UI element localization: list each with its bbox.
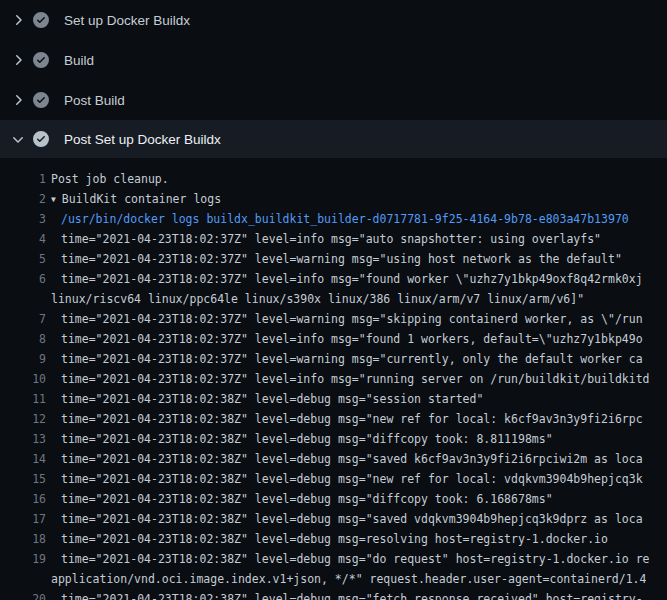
log-line-number[interactable]: 18 (0, 529, 46, 549)
log-line-text: ▼time="2021-04-23T18:02:38Z" level=debug… (61, 429, 553, 449)
log-line-body: time="2021-04-23T18:02:38Z" level=debug … (61, 452, 643, 466)
log-line-number[interactable]: 8 (0, 329, 46, 349)
check-circle-icon (33, 131, 49, 147)
log-line-text: ▼time="2021-04-23T18:02:38Z" level=debug… (61, 489, 553, 509)
log-line-number[interactable]: 6 (0, 269, 46, 289)
log-line-body: time="2021-04-23T18:02:37Z" level=warnin… (61, 252, 622, 266)
step-row-post-set-up-docker-buildx[interactable]: Post Set up Docker Buildx (0, 120, 667, 158)
log-line-body: time="2021-04-23T18:02:38Z" level=debug … (61, 472, 643, 486)
log-line-number[interactable] (0, 289, 46, 309)
log-line: 17 ▼time="2021-04-23T18:02:38Z" level=de… (0, 509, 667, 529)
log-line-body: time="2021-04-23T18:02:37Z" level=warnin… (61, 352, 643, 366)
log-line-body: time="2021-04-23T18:02:38Z" level=debug … (61, 412, 643, 426)
group-collapse-triangle-icon[interactable]: ▼ (51, 195, 56, 204)
log-line-body: time="2021-04-23T18:02:38Z" level=debug … (61, 592, 643, 600)
log-line-text: ▼time="2021-04-23T18:02:37Z" level=warni… (61, 249, 622, 269)
log-line-body: time="2021-04-23T18:02:37Z" level=info m… (61, 232, 601, 246)
log-line: 11 ▼time="2021-04-23T18:02:38Z" level=de… (0, 389, 667, 409)
log-line-text: ▼BuildKit container logs (51, 189, 221, 209)
log-line-text: ▼time="2021-04-23T18:02:38Z" level=debug… (61, 389, 483, 409)
chevron-right-icon (10, 52, 26, 68)
steps-list: Set up Docker Buildx Build Post Build (0, 0, 667, 158)
step-row-post-build[interactable]: Post Build (0, 80, 667, 120)
log-line-body: application/vnd.oci.image.index.v1+json,… (51, 572, 646, 586)
check-circle-icon (33, 12, 49, 28)
log-line: 20 ▼time="2021-04-23T18:02:38Z" level=de… (0, 589, 667, 600)
log-line-body: time="2021-04-23T18:02:38Z" level=debug … (61, 512, 643, 526)
log-line: 13 ▼time="2021-04-23T18:02:38Z" level=de… (0, 429, 667, 449)
log-line-text: ▼time="2021-04-23T18:02:37Z" level=info … (61, 229, 601, 249)
log-line: 4 ▼time="2021-04-23T18:02:37Z" level=inf… (0, 229, 667, 249)
check-circle-icon (33, 92, 49, 108)
log-line-body: time="2021-04-23T18:02:37Z" level=info m… (61, 272, 643, 286)
log-line: 16 ▼time="2021-04-23T18:02:38Z" level=de… (0, 489, 667, 509)
log-line-body: time="2021-04-23T18:02:38Z" level=debug … (61, 432, 553, 446)
log-line-body: time="2021-04-23T18:02:37Z" level=warnin… (61, 312, 643, 326)
log-line: 9 ▼time="2021-04-23T18:02:37Z" level=war… (0, 349, 667, 369)
step-title: Set up Docker Buildx (64, 13, 190, 28)
log-line-body: /usr/bin/docker logs buildx_buildkit_bui… (61, 212, 629, 226)
log-line-text: ▼time="2021-04-23T18:02:38Z" level=debug… (61, 529, 608, 549)
log-line-number[interactable]: 4 (0, 229, 46, 249)
log-line-body: time="2021-04-23T18:02:38Z" level=debug … (61, 552, 650, 566)
step-title: Build (64, 53, 94, 68)
log-line-body: time="2021-04-23T18:02:37Z" level=info m… (61, 332, 643, 346)
log-line-number[interactable]: 9 (0, 349, 46, 369)
chevron-right-icon (10, 92, 26, 108)
log-line: 15 ▼time="2021-04-23T18:02:38Z" level=de… (0, 469, 667, 489)
log-line: 5 ▼time="2021-04-23T18:02:37Z" level=war… (0, 249, 667, 269)
log-line-number[interactable]: 2 (0, 189, 46, 209)
log-line: 7 ▼time="2021-04-23T18:02:37Z" level=war… (0, 309, 667, 329)
log-line-number[interactable] (0, 569, 46, 589)
log-line-text: ▼linux/riscv64 linux/ppc64le linux/s390x… (51, 289, 584, 309)
log-line-body: linux/riscv64 linux/ppc64le linux/s390x … (51, 292, 584, 306)
log-line: 14 ▼time="2021-04-23T18:02:38Z" level=de… (0, 449, 667, 469)
log-line: 1 ▼Post job cleanup. (0, 169, 667, 189)
check-circle-icon (33, 52, 49, 68)
log-line-number[interactable]: 12 (0, 409, 46, 429)
log-line-number[interactable]: 10 (0, 369, 46, 389)
log-line-number[interactable]: 15 (0, 469, 46, 489)
log-line: 8 ▼time="2021-04-23T18:02:37Z" level=inf… (0, 329, 667, 349)
log-line-number[interactable]: 20 (0, 589, 46, 600)
step-row-build[interactable]: Build (0, 40, 667, 80)
log-line-number[interactable]: 17 (0, 509, 46, 529)
log-line-number[interactable]: 11 (0, 389, 46, 409)
log-line-text: ▼time="2021-04-23T18:02:38Z" level=debug… (61, 549, 650, 569)
log-line-text: ▼time="2021-04-23T18:02:37Z" level=warni… (61, 309, 643, 329)
log-line: 12 ▼time="2021-04-23T18:02:38Z" level=de… (0, 409, 667, 429)
log-line: 10 ▼time="2021-04-23T18:02:37Z" level=in… (0, 369, 667, 389)
log-viewer[interactable]: 1 ▼Post job cleanup. 2 ▼BuildKit contain… (0, 158, 667, 600)
log-line-body: time="2021-04-23T18:02:37Z" level=info m… (61, 372, 650, 386)
log-line-text: ▼time="2021-04-23T18:02:38Z" level=debug… (61, 509, 643, 529)
log-line-number[interactable]: 19 (0, 549, 46, 569)
step-title: Post Set up Docker Buildx (64, 132, 221, 147)
log-line: 3 ▼/usr/bin/docker logs buildx_buildkit_… (0, 209, 667, 229)
chevron-right-icon (10, 12, 26, 28)
log-line-text: ▼time="2021-04-23T18:02:38Z" level=debug… (61, 449, 643, 469)
log-line[interactable]: 2 ▼BuildKit container logs (0, 189, 667, 209)
log-line-text: ▼time="2021-04-23T18:02:37Z" level=warni… (61, 349, 643, 369)
log-line: ▼linux/riscv64 linux/ppc64le linux/s390x… (0, 289, 667, 309)
log-line-number[interactable]: 16 (0, 489, 46, 509)
log-line-text: ▼application/vnd.oci.image.index.v1+json… (51, 569, 646, 589)
log-line-text: ▼time="2021-04-23T18:02:38Z" level=debug… (61, 409, 643, 429)
log-line-text: ▼time="2021-04-23T18:02:37Z" level=info … (61, 369, 650, 389)
log-line-number[interactable]: 13 (0, 429, 46, 449)
log-line-text: ▼Post job cleanup. (51, 169, 169, 189)
log-line-body: Post job cleanup. (51, 172, 169, 186)
log-line-number[interactable]: 3 (0, 209, 46, 229)
log-line: 6 ▼time="2021-04-23T18:02:37Z" level=inf… (0, 269, 667, 289)
log-line-number[interactable]: 5 (0, 249, 46, 269)
log-line-body: BuildKit container logs (62, 192, 221, 206)
log-line-body: time="2021-04-23T18:02:38Z" level=debug … (61, 532, 608, 546)
step-row-set-up-docker-buildx[interactable]: Set up Docker Buildx (0, 0, 667, 40)
log-line-text: ▼time="2021-04-23T18:02:38Z" level=debug… (61, 469, 643, 489)
log-line-number[interactable]: 7 (0, 309, 46, 329)
log-line-number[interactable]: 14 (0, 449, 46, 469)
step-title: Post Build (64, 93, 125, 108)
log-line-number[interactable]: 1 (0, 169, 46, 189)
log-line-text: ▼/usr/bin/docker logs buildx_buildkit_bu… (61, 209, 629, 229)
log-line: 19 ▼time="2021-04-23T18:02:38Z" level=de… (0, 549, 667, 569)
log-line-text: ▼time="2021-04-23T18:02:38Z" level=debug… (61, 589, 643, 600)
